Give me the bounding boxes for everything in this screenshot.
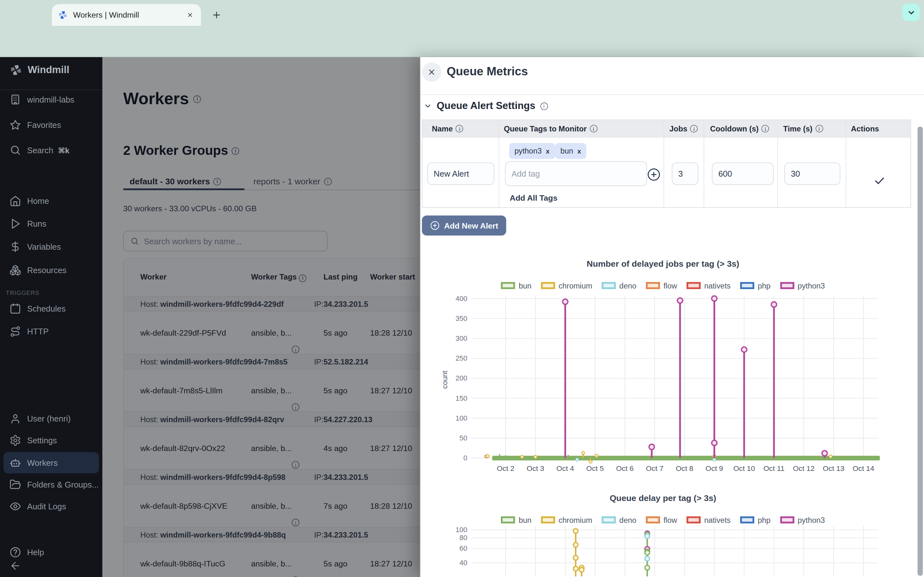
legend-item-nativets[interactable]: nativets [687,281,730,290]
col-name: Namei [432,124,463,133]
sidebar-item-workers[interactable]: Workers [0,456,103,470]
chart-plot: 100806040 [439,526,887,576]
info-icon[interactable]: i [762,125,769,132]
home-icon [9,195,21,207]
legend-item-deno[interactable]: deno [602,281,636,290]
sidebar-item-variables[interactable]: Variables [0,240,103,254]
jobs-input[interactable] [672,163,698,185]
svg-text:Oct 6: Oct 6 [616,464,634,472]
sidebar-item-http[interactable]: HTTP [0,324,103,338]
svg-text:150: 150 [456,394,467,402]
svg-text:Oct 14: Oct 14 [853,464,874,472]
chart-legend: bunchromiumdenoflownativetsphppython3 [439,514,887,526]
legend-item-bun[interactable]: bun [501,516,531,524]
legend-item-php[interactable]: php [740,281,771,290]
cooldown-input[interactable] [712,163,774,185]
confirm-check-icon[interactable] [873,174,886,187]
boxes-icon [9,264,21,276]
plus-circle-icon [430,221,439,230]
sidebar-item-runs[interactable]: Runs [0,217,103,231]
add-tag-input[interactable] [505,161,647,186]
svg-text:Oct 13: Oct 13 [822,464,845,472]
legend-item-nativets[interactable]: nativets [687,516,730,524]
legend-item-chromium[interactable]: chromium [541,516,592,524]
sidebar-item-workspace[interactable]: windmill-labs [0,92,103,106]
close-panel-button[interactable] [422,63,441,82]
panel-title: Queue Metrics [447,65,528,78]
legend-item-flow[interactable]: flow [646,516,677,524]
tag-chip-python3[interactable]: python3 x [509,143,555,159]
sidebar: Windmill windmill-labs Favorites Search … [0,57,103,577]
add-tag-button[interactable] [647,168,661,181]
svg-text:40: 40 [459,559,467,567]
svg-text:100: 100 [456,526,467,534]
alert-settings-section[interactable]: Queue Alert Settings i [424,100,548,112]
sidebar-item-favorites[interactable]: Favorites [0,118,103,132]
chart-plot: 050100150200250300350400countOct 2Oct 3O… [439,292,887,477]
gear-icon [9,435,21,446]
windmill-logo[interactable]: Windmill [9,63,69,76]
add-new-alert-button[interactable]: Add New Alert [422,215,506,235]
legend-item-python3[interactable]: python3 [780,516,825,524]
sidebar-item-folders-groups[interactable]: Folders & Groups... [0,478,103,492]
chart-title: Queue delay per tag (> 3s) [439,493,887,504]
remove-tag-icon[interactable]: x [577,147,581,155]
help-circle-icon [9,546,21,558]
svg-text:200: 200 [456,374,467,382]
info-icon[interactable]: i [590,125,598,132]
play-icon [9,218,21,230]
screen: Workers | Windmill [0,0,924,577]
legend-item-deno[interactable]: deno [602,516,636,524]
remove-tag-icon[interactable]: x [546,147,549,155]
tab-strip: Workers | Windmill [0,0,924,26]
info-icon[interactable]: i [456,125,464,132]
sidebar-item-help[interactable]: Help [0,545,103,559]
browser-toolbar: app.windmill.dev/workers [0,26,924,57]
panel-scrollbar[interactable] [918,127,923,576]
svg-text:count: count [441,371,449,389]
sidebar-item-schedules[interactable]: Schedules [0,301,103,316]
divider [421,94,924,95]
time-input[interactable] [784,163,840,185]
sidebar-item-settings[interactable]: Settings [0,434,103,448]
svg-text:400: 400 [456,295,467,303]
legend-item-chromium[interactable]: chromium [541,281,592,290]
chevron-down-icon [424,102,432,110]
sidebar-item-home[interactable]: Home [0,193,103,208]
legend-item-bun[interactable]: bun [501,281,531,290]
windmill-logo-icon [9,63,22,76]
add-all-tags-link[interactable]: Add All Tags [510,193,557,203]
overlay-backdrop[interactable] [103,57,421,577]
sidebar-item-user[interactable]: User (henri) [0,412,103,426]
triggers-section-label: TRIGGERS [6,290,39,296]
tab-search-button[interactable] [902,3,920,21]
browser-tab[interactable]: Workers | Windmill [52,4,201,26]
svg-text:60: 60 [459,544,467,552]
svg-text:250: 250 [456,354,467,362]
col-cooldown: Cooldown (s)i [710,124,769,133]
sidebar-item-resources[interactable]: Resources [0,263,103,277]
app-window: Windmill windmill-labs Favorites Search … [0,57,924,577]
sidebar-item-search[interactable]: Search ⌘k [0,143,103,157]
legend-item-php[interactable]: php [740,516,771,524]
col-tags: Queue Tags to Monitori [504,124,597,133]
tab-close-icon[interactable] [184,10,195,20]
tag-chip-bun[interactable]: bun x [555,143,586,159]
info-icon[interactable]: i [690,125,698,132]
col-jobs: Jobsi [670,124,698,133]
sidebar-item-audit-logs[interactable]: Audit Logs [0,500,103,514]
svg-text:Oct 5: Oct 5 [586,464,604,472]
legend-item-python3[interactable]: python3 [780,281,825,290]
legend-item-flow[interactable]: flow [646,281,677,290]
alert-settings-table: Namei Queue Tags to Monitori Jobsi Coold… [422,119,911,208]
info-icon[interactable]: i [815,125,823,132]
col-actions: Actions [851,124,879,133]
new-tab-button[interactable] [208,6,224,23]
logo-text: Windmill [27,64,69,76]
svg-text:Oct 10: Oct 10 [733,464,755,472]
info-icon[interactable]: i [540,102,548,110]
collapse-sidebar-button[interactable] [0,559,103,573]
folder-open-icon [9,479,21,490]
alert-name-input[interactable] [427,163,494,185]
building-icon [9,93,21,105]
